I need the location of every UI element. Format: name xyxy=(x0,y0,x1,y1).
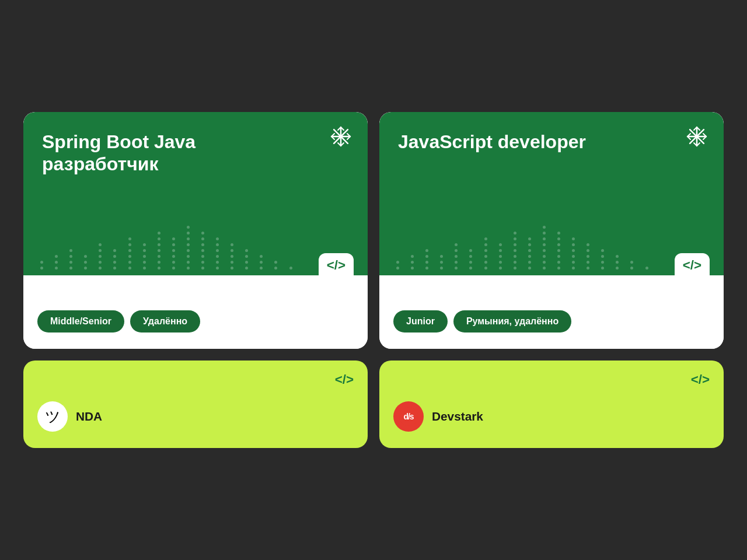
nda-logo: ツ xyxy=(37,401,68,432)
snowflake-icon-spring xyxy=(330,126,351,152)
javascript-title: JavaScript developer xyxy=(398,131,629,153)
devstark-company-card[interactable]: </> d/s Devstark xyxy=(379,360,724,448)
tags-js: Junior Румыния, удалённо xyxy=(393,310,710,332)
devstark-company-info: d/s Devstark xyxy=(393,401,710,432)
tags-spring: Middle/Senior Удалённо xyxy=(37,310,354,332)
spring-boot-title: Spring Boot Java разработчик xyxy=(42,131,273,176)
dot-pattern-js xyxy=(379,170,724,275)
javascript-card[interactable]: JavaScript developer xyxy=(379,112,724,349)
devstark-logo: d/s xyxy=(393,401,424,432)
card-top-spring: Spring Boot Java разработчик xyxy=(23,112,368,275)
card-bottom-js: </> Junior Румыния, удалённо xyxy=(379,275,724,349)
tag-level-js: Junior xyxy=(393,310,448,332)
tag-location-spring: Удалённо xyxy=(130,310,200,332)
nda-company-card[interactable]: </> ツ NDA xyxy=(23,360,368,448)
nda-company-info: ツ NDA xyxy=(37,401,354,432)
tag-level-spring: Middle/Senior xyxy=(37,310,124,332)
tag-location-js: Румыния, удалённо xyxy=(453,310,571,332)
code-icon-nda: </> xyxy=(335,372,354,387)
job-grid: Spring Boot Java разработчик xyxy=(23,112,724,448)
code-icon-devstark: </> xyxy=(691,372,710,387)
card-top-js: JavaScript developer xyxy=(379,112,724,275)
nda-logo-emoji: ツ xyxy=(45,407,61,427)
card-bottom-spring: </> Middle/Senior Удалённо xyxy=(23,275,368,349)
spring-boot-card[interactable]: Spring Boot Java разработчик xyxy=(23,112,368,349)
dot-pattern-spring xyxy=(23,170,368,275)
nda-company-name: NDA xyxy=(76,410,102,424)
devstark-company-name: Devstark xyxy=(432,410,483,424)
svg-text:d/s: d/s xyxy=(403,412,414,421)
snowflake-icon-js xyxy=(686,126,707,152)
